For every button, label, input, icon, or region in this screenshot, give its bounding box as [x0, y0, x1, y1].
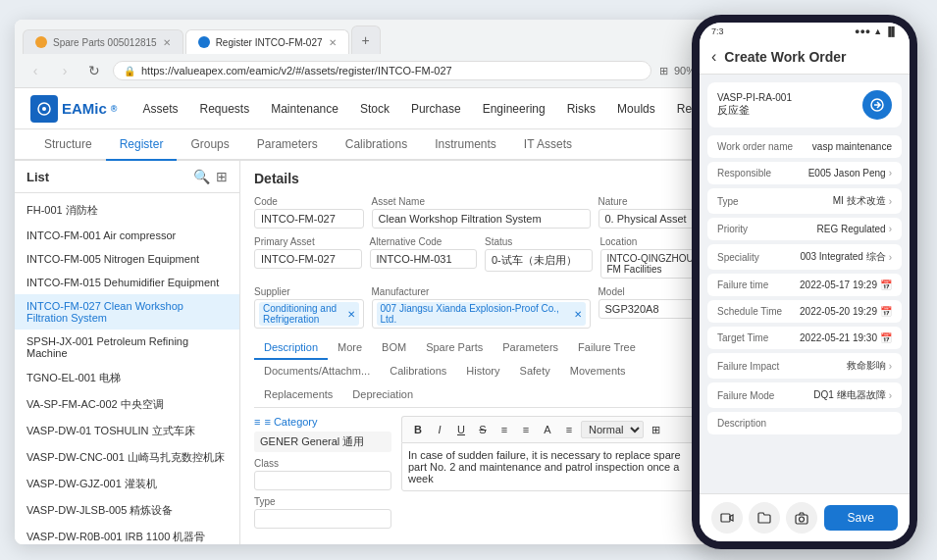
- supplier-input[interactable]: Conditioning and Refrigeration ✕: [254, 299, 364, 329]
- subnav-it-assets[interactable]: IT Assets: [510, 129, 586, 161]
- tab-description[interactable]: Description: [254, 336, 328, 360]
- folder-button[interactable]: [749, 502, 780, 534]
- list-item[interactable]: VASP-DW-01 TOSHULIN 立式车床: [15, 418, 239, 444]
- search-icon[interactable]: 🔍: [193, 169, 210, 184]
- tab-documents[interactable]: Documents/Attachm...: [254, 360, 380, 383]
- schedule-time-row[interactable]: Schedule Time 2022-05-20 19:29 📅: [707, 300, 902, 323]
- list-item[interactable]: VASP-DW-JLSB-005 精炼设备: [15, 497, 239, 524]
- battery-icon: ▐▌: [885, 26, 898, 36]
- insert-button[interactable]: ⊞: [646, 420, 665, 439]
- close-tab-1[interactable]: ✕: [163, 37, 171, 48]
- asset-action-button[interactable]: [862, 90, 892, 120]
- priority-row[interactable]: Priority REG Regulated ›: [707, 218, 902, 240]
- back-button[interactable]: ‹: [25, 60, 46, 81]
- subnav-groups[interactable]: Groups: [177, 129, 242, 161]
- nav-assets[interactable]: Assets: [132, 96, 187, 122]
- forward-button[interactable]: ›: [54, 60, 76, 81]
- underline-button[interactable]: U: [451, 420, 471, 439]
- list-item[interactable]: FH-001 消防栓: [15, 197, 239, 224]
- nav-requests[interactable]: Requests: [190, 96, 260, 122]
- browser-tab-register[interactable]: Register INTCO-FM-027 ✕: [185, 29, 349, 54]
- category-value: GENER General 通用: [254, 432, 391, 452]
- list-item[interactable]: VA-SP-FM-AC-002 中央空调: [15, 391, 239, 418]
- list-item[interactable]: TGNO-EL-001 电梯: [15, 365, 239, 391]
- browser-tab-new[interactable]: +: [351, 25, 381, 54]
- remove-manufacturer-icon[interactable]: ✕: [574, 309, 582, 320]
- filter-icon[interactable]: ⊞: [216, 169, 228, 184]
- browser-window: Spare Parts 005012815 ✕ Register INTCO-F…: [15, 20, 721, 544]
- type-input[interactable]: [254, 509, 391, 529]
- code-input[interactable]: INTCO-FM-027: [254, 209, 364, 229]
- description-row[interactable]: Description: [707, 412, 902, 434]
- nav-stock[interactable]: Stock: [350, 96, 399, 122]
- browser-tab-spareParts[interactable]: Spare Parts 005012815 ✕: [23, 29, 183, 54]
- primary-asset-input[interactable]: INTCO-FM-027: [254, 249, 362, 269]
- list-item[interactable]: INTCO-FM-001 Air compressor: [15, 224, 239, 247]
- list-item[interactable]: INTCO-FM-015 Dehumidifier Equipment: [15, 271, 239, 294]
- calendar-icon[interactable]: 📅: [880, 280, 892, 290]
- italic-button[interactable]: I: [430, 420, 449, 439]
- list-item[interactable]: VASP-DW-GJZ-001 灌装机: [15, 471, 239, 497]
- responsible-row[interactable]: Responsible E005 Jason Peng ›: [707, 162, 902, 184]
- svg-point-1: [42, 107, 46, 111]
- manufacturer-input[interactable]: 007 Jiangsu Xianda Explosion-Proof Co., …: [372, 299, 591, 329]
- bold-button[interactable]: B: [408, 420, 428, 439]
- tab-history[interactable]: History: [456, 360, 509, 383]
- camera-button[interactable]: [786, 502, 817, 534]
- tab-failure-tree[interactable]: Failure Tree: [568, 336, 646, 360]
- editor-area[interactable]: In case of sudden failure, it is necessa…: [401, 442, 707, 491]
- format-select[interactable]: Normal: [581, 421, 644, 438]
- nav-maintenance[interactable]: Maintenance: [261, 96, 348, 122]
- subnav-calibrations[interactable]: Calibrations: [332, 129, 421, 161]
- tab-depreciation[interactable]: Depreciation: [342, 383, 423, 407]
- list-unordered-button[interactable]: ≡: [495, 420, 514, 439]
- list-item[interactable]: VASP-DW-CNC-001 山崎马扎克数控机床: [15, 444, 239, 471]
- status-input[interactable]: 0-试车（未启用）: [485, 249, 593, 272]
- type-row[interactable]: Type MI 技术改造 ›: [707, 188, 902, 214]
- tab-parameters[interactable]: Parameters: [493, 336, 568, 360]
- remove-supplier-icon[interactable]: ✕: [347, 309, 355, 320]
- list-item[interactable]: VASP-DW-R0B-001 IRB 1100 机器骨: [15, 524, 239, 544]
- nav-moulds[interactable]: Moulds: [607, 96, 665, 122]
- subnav-structure[interactable]: Structure: [30, 129, 106, 161]
- list-item[interactable]: INTCO-FM-005 Nitrogen Equipment: [15, 247, 239, 271]
- asset-name-field: Asset Name Clean Workshop Filtration Sys…: [372, 196, 591, 229]
- asset-name-input[interactable]: Clean Workshop Filtration System: [372, 209, 591, 229]
- subnav-register[interactable]: Register: [106, 129, 178, 161]
- tab-movements[interactable]: Movements: [560, 360, 636, 383]
- failure-impact-row[interactable]: Failure Impact 救命影响 ›: [707, 353, 902, 379]
- tab-safety[interactable]: Safety: [510, 360, 560, 383]
- nav-engineering[interactable]: Engineering: [473, 96, 555, 122]
- subnav-parameters[interactable]: Parameters: [243, 129, 332, 161]
- align-center-button[interactable]: ≡: [559, 420, 579, 439]
- video-button[interactable]: [711, 502, 743, 534]
- save-button[interactable]: Save: [824, 505, 898, 531]
- chevron-right-icon: ›: [889, 168, 892, 178]
- tab-calibrations[interactable]: Calibrations: [380, 360, 456, 383]
- logo[interactable]: EAMic ®: [30, 95, 117, 123]
- strikethrough-button[interactable]: S: [473, 420, 493, 439]
- nav-risks[interactable]: Risks: [557, 96, 605, 122]
- class-input[interactable]: [254, 471, 391, 490]
- back-button[interactable]: ‹: [711, 48, 716, 66]
- list-item-active[interactable]: INTCO-FM-027 Clean Workshop Filtration S…: [15, 294, 239, 330]
- speciality-row[interactable]: Speciality 003 Integrated 综合 ›: [707, 244, 902, 270]
- tab-spare-parts[interactable]: Spare Parts: [416, 336, 493, 360]
- close-tab-2[interactable]: ✕: [329, 37, 337, 48]
- failure-time-row[interactable]: Failure time 2022-05-17 19:29 📅: [707, 274, 902, 296]
- calendar-icon[interactable]: 📅: [880, 306, 892, 317]
- subnav-instruments[interactable]: Instruments: [421, 129, 510, 161]
- list-item[interactable]: SPSH-JX-001 Petroleum Refining Machine: [15, 330, 239, 365]
- tab-replacements[interactable]: Replacements: [254, 383, 342, 407]
- failure-mode-row[interactable]: Failure Mode DQ1 继电器故障 ›: [707, 382, 902, 408]
- target-time-row[interactable]: Target Time 2022-05-21 19:30 📅: [707, 327, 902, 349]
- calendar-icon[interactable]: 📅: [880, 332, 892, 343]
- tab-bom[interactable]: BOM: [372, 336, 416, 360]
- address-bar[interactable]: 🔒 https://valueapex.com/eamic/v2/#/asset…: [113, 61, 651, 80]
- nav-purchase[interactable]: Purchase: [401, 96, 471, 122]
- refresh-button[interactable]: ↻: [83, 60, 105, 81]
- align-button[interactable]: A: [538, 420, 557, 439]
- list-ordered-button[interactable]: ≡: [516, 420, 536, 439]
- tab-more[interactable]: More: [328, 336, 372, 360]
- alt-code-input[interactable]: INTCO-HM-031: [370, 249, 478, 269]
